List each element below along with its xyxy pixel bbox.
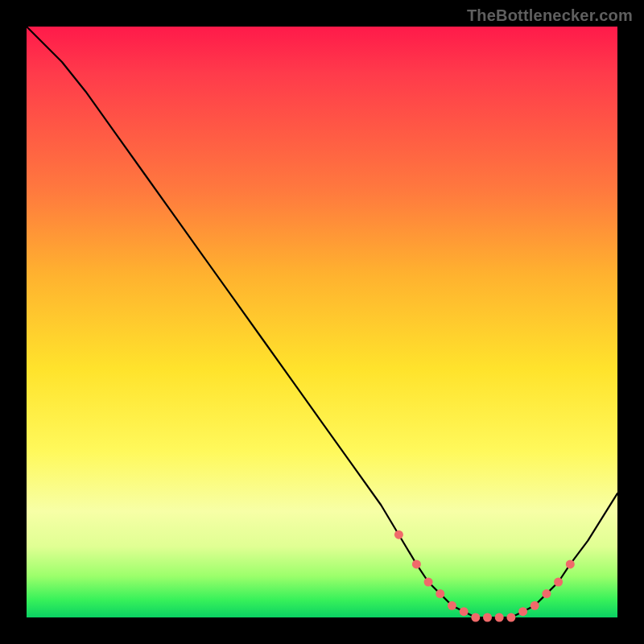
series-marker (530, 601, 539, 610)
series-marker (436, 589, 444, 598)
series-marker (448, 601, 456, 610)
plot-area (27, 27, 617, 617)
series-marker (506, 613, 515, 622)
series-line (27, 27, 617, 617)
chart-stage: TheBottlenecker.com (0, 0, 644, 644)
series-marker (424, 578, 433, 587)
series-marker (566, 559, 575, 568)
series-marker (554, 578, 563, 587)
series-marker (394, 530, 403, 539)
series-marker (483, 613, 492, 622)
series-marker (495, 613, 504, 622)
series-marker (460, 607, 469, 616)
series-markers (394, 530, 575, 622)
curve-layer (27, 27, 617, 617)
series-marker (542, 589, 551, 598)
series-marker (412, 559, 421, 568)
watermark-text: TheBottlenecker.com (467, 6, 633, 25)
series-marker (518, 607, 527, 616)
series-marker (471, 613, 480, 622)
